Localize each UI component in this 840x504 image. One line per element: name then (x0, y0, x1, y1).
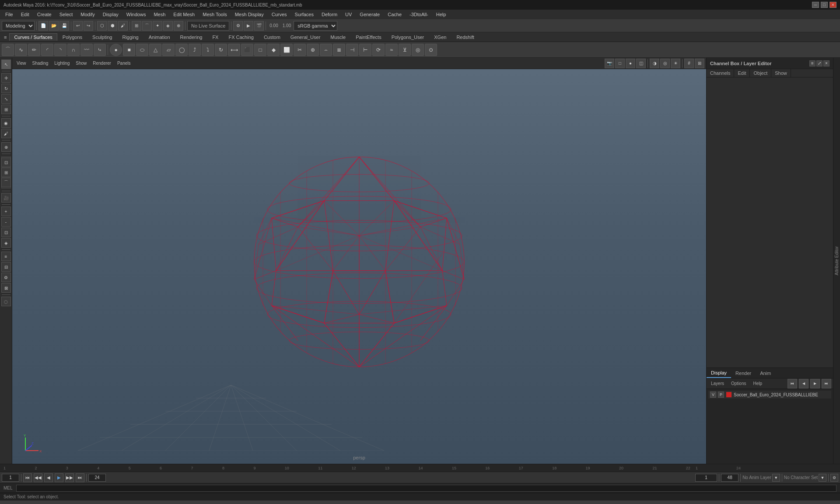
vp-grid-toggle-button[interactable]: # (684, 59, 694, 68)
snap-grid-button[interactable]: ⊞ (132, 21, 141, 31)
menu-select[interactable]: Select (56, 11, 77, 18)
menu-help[interactable]: Help (433, 11, 450, 18)
shelf-detach-icon[interactable]: ⊣ (346, 44, 358, 56)
shelf-tab-paint-effects[interactable]: PaintEffects (351, 33, 386, 41)
minimize-button[interactable]: ─ (812, 2, 819, 8)
zoom-out-button[interactable]: - (1, 217, 11, 227)
rotate-tool-button[interactable]: ↻ (1, 84, 11, 93)
save-button[interactable]: 💾 (60, 21, 69, 31)
shelf-pencil-curve-icon[interactable]: ✏ (28, 44, 40, 56)
shelf-birail-icon[interactable]: ⟷ (228, 44, 240, 56)
shelf-tab-polygons-user[interactable]: Polygons_User (387, 33, 429, 41)
render-button[interactable]: ▶ (244, 21, 253, 31)
gamma-dropdown[interactable]: sRGB gamma (294, 21, 337, 31)
shelf-cv-curve-icon[interactable]: ⌒ (2, 44, 14, 56)
shelf-bezier-icon[interactable]: ⤷ (94, 44, 106, 56)
shelf-arc-tool-icon[interactable]: ◜ (41, 44, 53, 56)
shelf-curve3pt-icon[interactable]: ∩ (67, 44, 80, 56)
shelf-tab-xgen[interactable]: XGen (429, 33, 451, 41)
shelf-arc2-icon[interactable]: ◝ (54, 44, 66, 56)
timeline-ruler[interactable]: 1 2 3 4 5 6 7 8 9 10 11 12 13 14 15 16 1… (0, 464, 840, 472)
layer-visibility-button[interactable]: V (710, 392, 716, 398)
menu-display[interactable]: Display (99, 11, 122, 18)
menu-file[interactable]: File (2, 11, 17, 18)
shelf-cube-icon[interactable]: ■ (123, 44, 135, 56)
show-manipulator-button[interactable]: ⊕ (1, 142, 11, 152)
anim-tab[interactable]: Anim (756, 369, 775, 378)
vp-smooth-button[interactable]: ● (626, 59, 635, 68)
menu-edit-mesh[interactable]: Edit Mesh (170, 11, 198, 18)
edit-tab[interactable]: Edit (734, 69, 750, 77)
paint-select-button[interactable]: 🖌 (118, 21, 128, 31)
attribute-editor-strip[interactable]: Attribute Editor (833, 58, 840, 464)
shelf-boolean-icon[interactable]: ⊕ (307, 44, 319, 56)
undo-button[interactable]: ↩ (73, 21, 83, 31)
zoom-in-button[interactable]: + (1, 206, 11, 216)
shelf-tab-general-user[interactable]: General_User (286, 33, 325, 41)
anim-layer-button[interactable]: ▼ (772, 474, 780, 482)
mode-dropdown[interactable]: Modeling (2, 21, 35, 31)
shelf-tab-polygons[interactable]: Polygons (58, 33, 87, 41)
shelf-icon-collapse[interactable]: ≡ (2, 33, 9, 41)
help-menu[interactable]: Help (750, 380, 765, 387)
shelf-fillet-icon[interactable]: ⌢ (320, 44, 332, 56)
vp-light-button[interactable]: ☀ (671, 59, 680, 68)
vp-select-camera-button[interactable]: 📷 (605, 59, 614, 68)
snap-surface-button[interactable]: ◈ (163, 21, 173, 31)
panel-close-button[interactable]: × (823, 60, 830, 66)
play-back-button[interactable]: ◀ (44, 473, 53, 482)
layer-skip-forward[interactable]: ⏭ (822, 379, 831, 388)
snap-grid-left-button[interactable]: ⊞ (1, 168, 11, 177)
layer-back[interactable]: ◀ (799, 379, 808, 388)
go-to-end-button[interactable]: ⏭ (76, 473, 84, 482)
vp-menu-panels[interactable]: Panels (115, 60, 133, 66)
display-tab[interactable]: Display (707, 368, 731, 378)
shelf-tab-rigging[interactable]: Rigging (117, 33, 143, 41)
shelf-tab-redshift[interactable]: Redshift (452, 33, 479, 41)
shelf-tab-sculpting[interactable]: Sculpting (88, 33, 117, 41)
layer-skip-back[interactable]: ⏮ (788, 379, 797, 388)
show-tab[interactable]: Show (771, 69, 791, 77)
object-tab[interactable]: Object (750, 69, 771, 77)
end-frame-input[interactable] (88, 474, 106, 482)
scale-tool-button[interactable]: ⤡ (1, 94, 11, 104)
shelf-boundary-icon[interactable]: ⬛ (241, 44, 253, 56)
xray-button[interactable]: ◌ (1, 297, 11, 306)
menu-mesh-tools[interactable]: Mesh Tools (199, 11, 230, 18)
shelf-smooth-icon[interactable]: ≈ (385, 44, 398, 56)
open-button[interactable]: 📂 (49, 21, 59, 31)
shelf-tab-fx[interactable]: FX (207, 33, 223, 41)
shelf-trim-icon[interactable]: ✂ (294, 44, 306, 56)
vp-menu-view[interactable]: View (14, 60, 29, 66)
menu-mesh-display[interactable]: Mesh Display (231, 11, 267, 18)
shelf-extrude-icon[interactable]: ⤴ (189, 44, 201, 56)
layer-playback-button[interactable]: P (718, 392, 724, 398)
shelf-free-curve-icon[interactable]: 〰 (80, 44, 93, 56)
shelf-tab-animation[interactable]: Animation (144, 33, 175, 41)
shelf-torus-icon[interactable]: ◯ (175, 44, 188, 56)
shelf-plane-icon[interactable]: ▱ (162, 44, 175, 56)
node-editor-button[interactable]: ⊟ (1, 262, 11, 272)
panel-menu-button[interactable]: ≡ (809, 60, 816, 66)
play-forward-button[interactable]: ▶ (55, 473, 63, 482)
menu-mesh[interactable]: Mesh (150, 11, 169, 18)
component-editor-button[interactable]: ⊠ (1, 283, 11, 293)
menu-uv[interactable]: UV (342, 11, 355, 18)
snap-point-button[interactable]: ✦ (153, 21, 162, 31)
menu-edit[interactable]: Edit (18, 11, 33, 18)
move-tool-button[interactable]: ✛ (1, 73, 11, 83)
shelf-rebuild-icon[interactable]: ⟳ (372, 44, 385, 56)
shelf-revolve-icon[interactable]: ↻ (215, 44, 227, 56)
menu-modify[interactable]: Modify (77, 11, 98, 18)
vp-menu-lighting[interactable]: Lighting (52, 60, 72, 66)
select-by-hierarchy-button[interactable]: ⬡ (97, 21, 107, 31)
layer-color-swatch[interactable] (726, 392, 732, 398)
options-menu[interactable]: Options (728, 380, 749, 387)
menu-cache[interactable]: Cache (384, 11, 405, 18)
maximize-button[interactable]: □ (821, 2, 828, 8)
character-set-button[interactable]: ▼ (819, 474, 826, 482)
render-settings-button[interactable]: ⚙ (233, 21, 243, 31)
vp-menu-shading[interactable]: Shading (30, 60, 51, 66)
vp-textured-button[interactable]: ◫ (636, 59, 646, 68)
vp-shadow-button[interactable]: ◑ (650, 59, 659, 68)
